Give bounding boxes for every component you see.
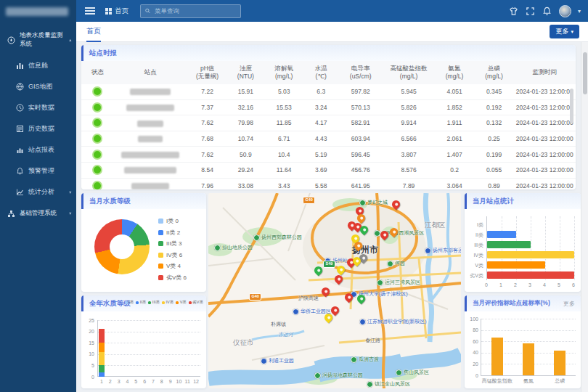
sidebar-item-历史数据[interactable]: 历史数据: [0, 118, 76, 139]
avatar[interactable]: [559, 5, 571, 17]
x-tick-label: 8: [159, 379, 165, 384]
poi-park-icon: [214, 245, 221, 251]
hbar-V类[interactable]: [487, 261, 545, 269]
vbar-总磷[interactable]: [554, 351, 565, 375]
sidebar-item-站点报表[interactable]: 站点报表: [0, 139, 76, 160]
road-shield: G40: [249, 293, 261, 301]
legend-item-IV类[interactable]: IV类 6: [158, 251, 187, 259]
x-tick-label: 3: [528, 282, 531, 287]
fullscreen-icon[interactable]: [526, 6, 536, 16]
legend-item-V类[interactable]: V类: [176, 300, 187, 305]
map-canvas[interactable]: 扬州市江都区仪征市梦幻之城蜀冈-瘦西湖风景区扬州西郊森林公园捺山地质公园何园运河…: [208, 193, 461, 388]
legend-item-I类[interactable]: I类: [125, 300, 134, 305]
legend-item-V类[interactable]: V类 4: [158, 262, 187, 270]
station-name-redacted: [124, 167, 176, 173]
sidebar-group-label: 地表水质量监测系统: [20, 31, 65, 49]
stack-segment-IV类[interactable]: [99, 352, 105, 366]
gridline: [516, 216, 517, 280]
table-row[interactable]: 7.9633.083.435.58641.957.893.0640.892024…: [81, 179, 576, 189]
poi-park-icon: [359, 200, 366, 206]
exceed-rate-chart[interactable]: 020406080100高锰酸盐指数氨氮总磷: [481, 319, 576, 376]
category-label: III类: [466, 242, 483, 249]
gridline: [502, 216, 502, 280]
sidebar-group-0[interactable]: 地表水质量监测系统▴: [0, 25, 76, 55]
hamburger-menu-icon[interactable]: [85, 6, 95, 16]
vbar-氨氮[interactable]: [523, 343, 534, 375]
exceed-rate-more-link[interactable]: 更多: [563, 300, 575, 308]
year-grade-chart[interactable]: 0510152025123456789101112: [97, 320, 200, 377]
avatar-chevron-down-icon[interactable]: ▾: [578, 8, 581, 15]
map-poi-label: 朴席镇: [271, 321, 286, 328]
cell-氨氮: 2.061: [435, 135, 474, 142]
legend-swatch: [176, 301, 179, 304]
legend-item-劣V类[interactable]: 劣V类 6: [158, 274, 187, 282]
legend-label: V类: [180, 300, 187, 305]
app-logo: [6, 7, 68, 16]
gridline: [481, 319, 576, 319]
month-station-chart[interactable]: 0123456I类II类III类IV类V类劣V类: [486, 216, 574, 280]
sidebar-item-统计分析[interactable]: 统计分析▾: [0, 181, 76, 203]
cell-监测时间: 2024-01-23 12:00:00: [514, 151, 576, 158]
cell-浊度: 32.16: [227, 104, 264, 111]
station-name-redacted: [138, 136, 163, 142]
poi-label-text: 沪陕高速: [298, 295, 319, 302]
cell-高锰酸盐指数: 9.914: [383, 119, 435, 126]
legend-item-IV类[interactable]: IV类: [162, 300, 173, 305]
stack-segment-劣V类[interactable]: [99, 329, 105, 343]
poi-label-text: 古运河: [278, 331, 293, 338]
search-input[interactable]: [153, 7, 236, 15]
menu-search[interactable]: [140, 4, 241, 18]
table-row[interactable]: 7.6250.910.45.19596.453.8071.4070.199202…: [81, 147, 576, 163]
realtime-data-icon: [16, 104, 24, 112]
vbar-高锰酸盐指数[interactable]: [491, 338, 503, 375]
sidebar-item-实时数据[interactable]: 实时数据: [0, 97, 76, 118]
table-row[interactable]: 7.3732.1615.533.24570.135.8261.8520.1922…: [81, 100, 576, 116]
legend-item-III类[interactable]: III类: [148, 300, 160, 305]
more-button[interactable]: 更多 ▾: [550, 25, 579, 38]
stack-segment-V类[interactable]: [99, 343, 105, 351]
sidebar-item-GIS地图[interactable]: GIS地图: [0, 76, 76, 97]
cell-水温: 3.24: [303, 104, 338, 111]
table-row[interactable]: 7.2215.915.036.3597.825.9454.0510.345202…: [81, 84, 576, 100]
sidebar-group-1[interactable]: 基础管理系统▾: [0, 203, 76, 224]
page-scrollbar-thumb[interactable]: [583, 52, 587, 94]
sidebar-item-信息舱[interactable]: 信息舱: [0, 55, 76, 76]
poi-label-text: 运河三湾风景区: [385, 279, 420, 286]
legend-item-I类[interactable]: I类 0: [158, 217, 187, 225]
cell-监测时间: 2024-01-23 12:00:00: [514, 135, 576, 142]
stack-segment-III类[interactable]: [99, 365, 105, 372]
cell-监测时间: 2024-01-23 12:00:00: [514, 104, 576, 111]
sidebar-group-label: 基础管理系统: [20, 209, 57, 218]
legend-item-劣V类[interactable]: 劣V类: [189, 300, 203, 305]
home-nav[interactable]: 首页: [105, 7, 128, 16]
hbar-II类[interactable]: [487, 231, 516, 238]
y-axis: [97, 320, 98, 377]
page-scrollbar-track[interactable]: [581, 22, 588, 392]
x-tick-label: 2: [107, 379, 113, 384]
exceed-rate-panel: 当月评价指标站点超标率(%) 更多 020406080100高锰酸盐指数氨氮总磷: [465, 295, 581, 388]
sidebar-item-预警管理[interactable]: 预警管理: [0, 160, 76, 181]
hbar-劣V类[interactable]: [487, 271, 574, 279]
cell-溶解氧: 3.43: [264, 182, 303, 189]
cell-pH值: 8.54: [187, 166, 226, 173]
legend-swatch: [158, 219, 163, 224]
legend-item-II类[interactable]: II类 2: [158, 229, 187, 237]
table-row[interactable]: 7.6810.746.714.43603.946.5662.0610.25202…: [81, 131, 576, 147]
tab-home[interactable]: 首页: [86, 26, 101, 42]
theme-skin-icon[interactable]: [509, 6, 519, 16]
legend-label: III类: [152, 300, 160, 305]
table-scrollbar[interactable]: [570, 89, 573, 123]
hbar-IV类[interactable]: [487, 251, 574, 258]
table-row[interactable]: 8.5429.2411.643.69456.768.5760.20.055202…: [81, 163, 576, 179]
legend-swatch: [158, 230, 163, 235]
notification-bell-icon[interactable]: [542, 6, 552, 16]
legend-item-III类[interactable]: III类 3: [158, 240, 187, 248]
table-row[interactable]: 7.6279.9811.854.17582.919.9141.9110.1322…: [81, 115, 576, 131]
legend-item-II类[interactable]: II类: [136, 300, 146, 305]
cell-水温: 3.69: [303, 166, 338, 173]
hbar-III类[interactable]: [487, 241, 531, 248]
cell-浊度: 10.74: [227, 135, 264, 142]
column-header-高锰酸盐指数: 高锰酸盐指数(mg/L): [383, 65, 435, 81]
month-grade-donut-chart[interactable]: [94, 219, 150, 274]
stack-segment-II类[interactable]: [99, 372, 105, 377]
